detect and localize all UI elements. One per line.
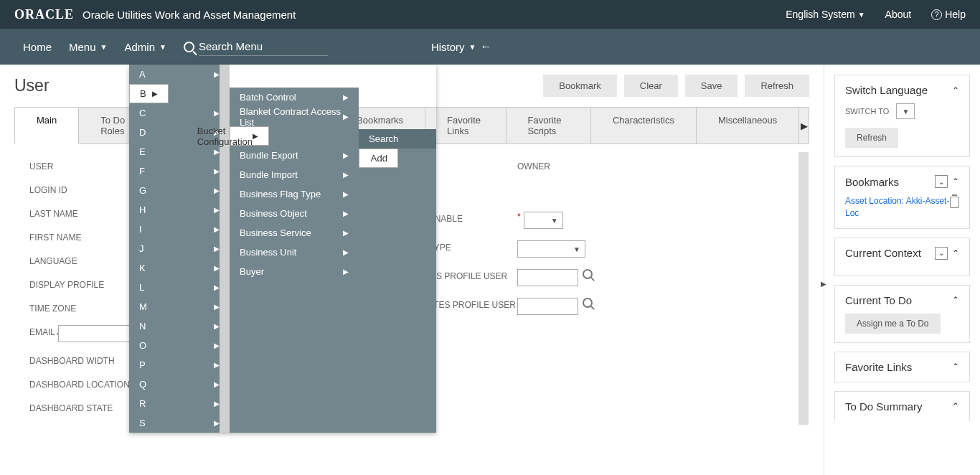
admin-letter-o[interactable]: O▶ — [129, 336, 230, 355]
admin-letter-q[interactable]: Q▶ — [129, 375, 230, 394]
admin-item[interactable]: Business Object▶ — [230, 204, 359, 223]
admin-letter-a[interactable]: A▶ — [129, 65, 230, 84]
top-header: ORACLE Oracle Utilities Work and Asset M… — [0, 0, 980, 29]
widget-title: Switch Language — [845, 84, 952, 96]
bookmark-link[interactable]: Asset Location: Akki-Asset-Loc — [845, 195, 950, 220]
admin-letter-b[interactable]: B▶ — [129, 84, 169, 103]
trash-icon[interactable] — [950, 197, 959, 208]
nav-admin[interactable]: Admin▼ — [116, 29, 174, 65]
admin-letter-n[interactable]: N▶ — [129, 316, 230, 336]
tab-scroll-right[interactable]: ▶ — [798, 107, 809, 144]
admin-sub-column: SearchAdd — [359, 129, 436, 433]
collapse-icon[interactable]: ⌃ — [952, 85, 959, 95]
tab[interactable]: Favorite Scripts — [506, 107, 591, 144]
widget-todo-summary: To Do Summary⌃ — [834, 391, 970, 421]
admin-item[interactable]: Buyer▶ — [230, 262, 359, 281]
favorites-profile-input[interactable] — [517, 298, 578, 315]
help-icon: ? — [931, 9, 942, 20]
search-input[interactable] — [199, 37, 328, 56]
widget-current-todo: Current To Do⌃ Assign me a To Do — [834, 285, 970, 343]
help-link[interactable]: ? Help — [931, 9, 966, 20]
nav-menu[interactable]: Menu▼ — [60, 29, 116, 65]
user-enable-select[interactable]: ▼ — [524, 212, 563, 229]
app-title: Oracle Utilities Work and Asset Manageme… — [83, 9, 296, 21]
admin-letter-g[interactable]: G▶ — [129, 181, 230, 200]
admin-item[interactable]: Bundle Export▶ — [230, 146, 359, 165]
admin-sub-item[interactable]: Add — [359, 149, 398, 168]
tab[interactable]: Main — [14, 107, 79, 144]
search-menu[interactable] — [175, 29, 336, 65]
admin-letter-r[interactable]: R▶ — [129, 394, 230, 413]
admin-letter-l[interactable]: L▶ — [129, 278, 230, 297]
collapse-icon[interactable]: ⌃ — [952, 248, 959, 258]
admin-item[interactable]: Business Flag Type▶ — [230, 184, 359, 204]
admin-dropdown: A▶B▶C▶D▶E▶F▶G▶H▶I▶J▶K▶L▶M▶N▶O▶P▶Q▶R▶S▶ B… — [129, 65, 436, 433]
refresh-language-button[interactable]: Refresh — [845, 128, 898, 148]
user-type-select[interactable]: ▼ — [517, 240, 585, 258]
collapse-icon[interactable]: ⌃ — [952, 362, 959, 372]
widget-title: Bookmarks — [845, 176, 935, 188]
admin-item[interactable]: Batch Control▶ — [230, 88, 359, 107]
nav-home[interactable]: Home — [14, 29, 60, 65]
menu-bar: Home Menu▼ Admin▼ History▼ ← — [0, 29, 980, 65]
collapse-icon[interactable]: ⌃ — [952, 401, 959, 411]
language-selector[interactable]: English System ▼ — [786, 9, 864, 20]
admin-item[interactable]: Business Unit▶ — [230, 243, 359, 262]
top-right-nav: English System ▼ About ? Help — [786, 9, 966, 20]
admin-letter-j[interactable]: J▶ — [129, 239, 230, 258]
admin-item[interactable]: Bundle Import▶ — [230, 165, 359, 184]
admin-sub-item[interactable]: Search — [359, 129, 436, 149]
widget-title: To Do Summary — [845, 400, 952, 413]
right-sidebar: Switch Language⌃ SWITCH TO▼ Refresh Book… — [824, 65, 980, 475]
switch-to-label: SWITCH TO — [845, 107, 889, 116]
refresh-button[interactable]: Refresh — [745, 75, 809, 97]
back-arrow-icon: ← — [480, 40, 491, 53]
save-button[interactable]: Save — [685, 75, 738, 97]
tab[interactable]: Favorite Links — [425, 107, 506, 144]
widget-title: Current Context — [845, 247, 935, 259]
toggle-icon[interactable]: ⌄ — [935, 247, 948, 260]
widget-switch-language: Switch Language⌃ SWITCH TO▼ Refresh — [834, 75, 970, 157]
admin-letter-s[interactable]: S▶ — [129, 413, 230, 433]
admin-letter-k[interactable]: K▶ — [129, 258, 230, 278]
tab[interactable]: Miscellaneous — [696, 107, 799, 144]
collapse-icon[interactable]: ⌃ — [952, 295, 959, 305]
admin-letter-i[interactable]: I▶ — [129, 220, 230, 239]
about-link[interactable]: About — [885, 9, 912, 20]
clear-button[interactable]: Clear — [624, 75, 678, 97]
admin-item[interactable]: Blanket Contract Access List▶ — [230, 107, 359, 126]
widget-title: Current To Do — [845, 294, 952, 306]
expand-sidebar-handle[interactable]: ▶ — [821, 280, 826, 288]
widget-bookmarks: Bookmarks⌄⌃ Asset Location: Akki-Asset-L… — [834, 166, 970, 229]
tab[interactable]: Characteristics — [590, 107, 697, 144]
search-icon[interactable] — [583, 269, 593, 279]
admin-letter-p[interactable]: P▶ — [129, 355, 230, 375]
label-owner: OWNER — [517, 159, 661, 171]
search-icon — [184, 42, 194, 52]
admin-letter-column: A▶B▶C▶D▶E▶F▶G▶H▶I▶J▶K▶L▶M▶N▶O▶P▶Q▶R▶S▶ — [129, 65, 230, 433]
admin-item[interactable]: Business Service▶ — [230, 223, 359, 243]
widget-current-context: Current Context⌄⌃ — [834, 238, 970, 276]
toggle-icon[interactable]: ⌄ — [935, 175, 948, 188]
admin-letter-m[interactable]: M▶ — [129, 297, 230, 316]
bookmark-button[interactable]: Bookmark — [543, 75, 617, 97]
brand-logo: ORACLE — [14, 7, 74, 22]
admin-letter-c[interactable]: C▶ — [129, 103, 230, 123]
widget-favorite-links: Favorite Links⌃ — [834, 352, 970, 382]
collapse-icon[interactable]: ⌃ — [952, 177, 959, 187]
page-title: User — [14, 76, 50, 95]
widget-title: Favorite Links — [845, 361, 952, 373]
admin-letter-f[interactable]: F▶ — [129, 161, 230, 181]
assign-todo-button[interactable]: Assign me a To Do — [845, 314, 941, 334]
admin-letter-h[interactable]: H▶ — [129, 200, 230, 220]
language-select[interactable]: ▼ — [896, 103, 915, 119]
admin-item[interactable]: Bucket Configuration▶ — [230, 126, 269, 146]
nav-history[interactable]: History▼ ← — [423, 29, 501, 65]
portals-profile-input[interactable] — [517, 269, 578, 286]
search-icon[interactable] — [583, 298, 593, 308]
admin-b-column: Batch Control▶Blanket Contract Access Li… — [230, 88, 359, 433]
